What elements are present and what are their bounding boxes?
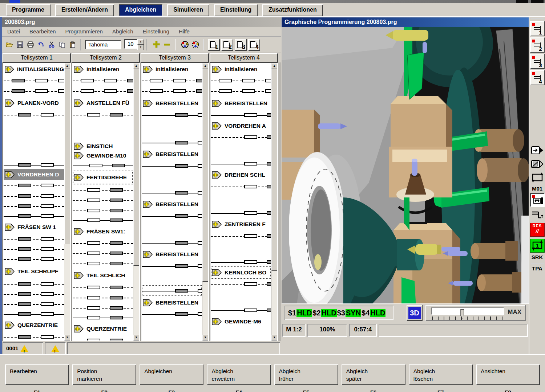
nc-block-chip[interactable]: [41, 302, 54, 306]
operation-plus-icon[interactable]: [212, 171, 222, 179]
nc-block-chip[interactable]: [267, 260, 271, 264]
show-teilsystem-2-button[interactable]: 2: [221, 39, 233, 51]
nc-block-chip[interactable]: [12, 79, 25, 82]
nc-block-chip[interactable]: [41, 282, 54, 286]
operation-item[interactable]: GEWINDE-M10: [73, 151, 133, 160]
nc-block-chip[interactable]: [198, 191, 202, 195]
operation-item[interactable]: VORDREHEN A: [211, 120, 271, 132]
nc-block-chip[interactable]: [81, 79, 94, 82]
operation-plus-icon[interactable]: [143, 201, 153, 208]
operation-item[interactable]: GEWINDE-M6: [211, 315, 271, 328]
nc-block-chip[interactable]: [110, 262, 123, 265]
operation-item[interactable]: ANSTELLEN FÜ: [73, 97, 133, 110]
nc-block-row-dashed[interactable]: [211, 75, 271, 86]
menu-datei[interactable]: Datei: [7, 27, 20, 36]
nc-block-row-dashed[interactable]: [73, 282, 133, 293]
nc-block-chip[interactable]: [110, 306, 123, 310]
nc-block-chip[interactable]: [198, 113, 202, 117]
operation-plus-icon[interactable]: [74, 143, 84, 150]
nc-block-chip[interactable]: [18, 194, 31, 198]
teilsystem-2-list[interactable]: InitialisierenANSTELLEN FÜEINSTICHGEWIND…: [72, 62, 140, 341]
scroll-thumb[interactable]: [202, 69, 208, 282]
nc-block-row-dashed[interactable]: [142, 86, 202, 97]
operation-item[interactable]: Initialisieren: [142, 63, 202, 75]
nc-block-chip[interactable]: [175, 289, 188, 293]
operation-plus-icon[interactable]: [74, 174, 84, 181]
nc-block-chip[interactable]: [244, 135, 257, 139]
nc-block-row-solid[interactable]: [142, 161, 202, 171]
nc-block-row-solid[interactable]: [4, 309, 64, 319]
nc-block-chip[interactable]: [175, 164, 188, 168]
nc-block-row-dashed[interactable]: [73, 238, 133, 248]
loop-mode-icon[interactable]: [530, 172, 544, 184]
nc-block-chip[interactable]: [267, 135, 271, 139]
save-icon[interactable]: [15, 40, 25, 50]
tab-abgleichen[interactable]: Abgleichen: [119, 4, 162, 16]
nc-block-chip[interactable]: [196, 79, 202, 82]
show-teilsystem-1-button[interactable]: 1: [208, 39, 220, 51]
operation-plus-icon[interactable]: [212, 221, 222, 228]
nc-block-chip[interactable]: [110, 296, 123, 299]
column-scrollbar[interactable]: ▲▼: [271, 63, 277, 340]
teilsystem-1-list[interactable]: INITIALISIERUNGPLANEN-VORDVORDREHEN DFRÄ…: [3, 62, 71, 341]
operation-plus-icon[interactable]: [74, 66, 84, 73]
menu-hilfe[interactable]: Hilfe: [179, 27, 190, 36]
nc-block-row-dashed[interactable]: [4, 110, 64, 120]
paste-icon[interactable]: [67, 40, 78, 50]
nc-block-chip[interactable]: [244, 260, 257, 264]
tab-programme[interactable]: Programme: [6, 4, 51, 16]
operation-plus-icon[interactable]: [5, 322, 15, 329]
operation-plus-icon[interactable]: [143, 66, 153, 73]
nc-block-chip[interactable]: [18, 163, 31, 167]
teilsystem-4-header[interactable]: Teilsystem 4: [210, 53, 278, 62]
nc-block-row-dashed[interactable]: [73, 86, 133, 97]
cut-icon[interactable]: [46, 40, 57, 50]
nc-block-chip[interactable]: [110, 209, 123, 212]
nc-block-chip[interactable]: [110, 339, 123, 340]
scroll-thumb[interactable]: [64, 69, 70, 244]
operation-plus-icon[interactable]: [143, 151, 153, 158]
tab-erstellen-ndern[interactable]: Erstellen/Ändern: [55, 4, 114, 16]
nc-block-row-solid[interactable]: [211, 258, 271, 266]
nc-block-row-dashed[interactable]: [73, 293, 133, 303]
operation-plus-icon[interactable]: [212, 100, 222, 107]
active-channel-button[interactable]: 1: [530, 239, 545, 253]
nc-block-chip[interactable]: [41, 257, 54, 261]
nc-block-chip[interactable]: [18, 282, 31, 286]
nc-block-chip[interactable]: [198, 214, 202, 218]
skip-block-icon[interactable]: [530, 158, 544, 170]
nc-block-chip[interactable]: [244, 234, 257, 238]
operation-item[interactable]: INITIALISIERUNG: [4, 63, 64, 75]
nc-block-row-dashed[interactable]: [211, 132, 271, 142]
undo-icon[interactable]: [36, 40, 46, 50]
nc-block-chip[interactable]: [87, 113, 100, 117]
softkey-f1[interactable]: Bearbeiten: [5, 364, 69, 385]
nc-block-chip[interactable]: [110, 316, 123, 319]
softkey-f6[interactable]: Abgleich später: [342, 364, 405, 385]
nc-block-row-dashed[interactable]: [4, 180, 64, 191]
nc-block-chip[interactable]: [87, 188, 100, 192]
nc-block-chip[interactable]: [110, 252, 123, 255]
sync-view-icon[interactable]: [179, 40, 190, 50]
scroll-down-icon[interactable]: ▼: [64, 335, 70, 340]
nc-block-chip[interactable]: [265, 89, 271, 93]
nc-block-row-dashed[interactable]: [4, 289, 64, 299]
operation-item[interactable]: FERTIGDREHE: [73, 171, 133, 184]
nc-block-chip[interactable]: [18, 257, 31, 261]
nc-block-chip[interactable]: [41, 163, 54, 167]
nc-block-chip[interactable]: [35, 79, 48, 82]
spin-down-icon[interactable]: ▼: [137, 45, 144, 50]
nc-block-chip[interactable]: [87, 316, 100, 319]
scroll-down-icon[interactable]: ▼: [202, 335, 208, 340]
softkey-f3[interactable]: Abgleichen: [140, 364, 203, 385]
scroll-down-icon[interactable]: ▼: [271, 335, 277, 340]
nc-block-row-dashed[interactable]: [73, 248, 133, 258]
operation-plus-icon[interactable]: [143, 299, 153, 306]
teilsystem-1-header[interactable]: Teilsystem 1: [3, 53, 71, 62]
nc-block-row-solid[interactable]: [142, 110, 202, 120]
nc-block-chip[interactable]: [18, 247, 31, 251]
spin-up-icon[interactable]: ▲: [137, 39, 144, 45]
font-size-input[interactable]: 10: [124, 39, 137, 49]
nc-block-chip[interactable]: [87, 209, 100, 212]
nc-block-chip[interactable]: [267, 211, 271, 215]
